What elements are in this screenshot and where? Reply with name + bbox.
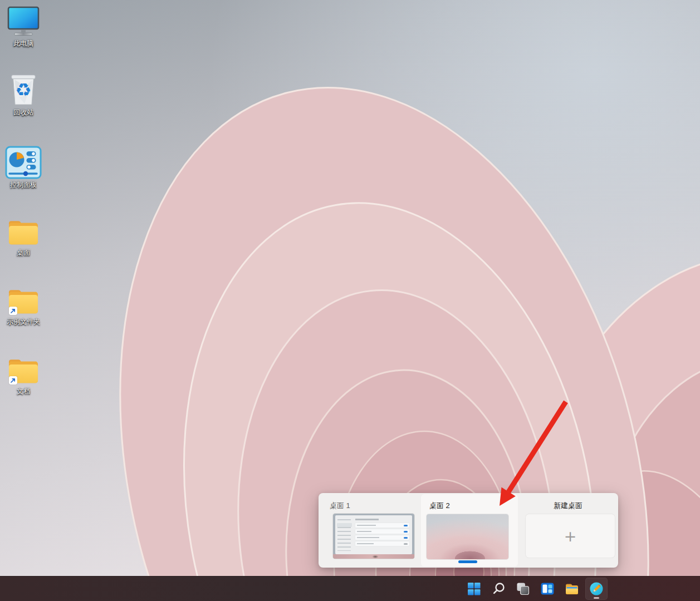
desktop-icon-label: 回收站 (13, 109, 33, 116)
task-view-icon (516, 582, 530, 596)
recycle-bin-icon: ♻ (8, 70, 38, 107)
search-button[interactable] (487, 578, 510, 600)
desktop-icon-label: 此电脑 (13, 40, 33, 47)
svg-text:♻: ♻ (15, 80, 31, 101)
windows-start-icon (467, 582, 481, 596)
file-explorer-button[interactable] (561, 578, 583, 600)
shortcut-arrow-icon (9, 376, 17, 385)
active-desktop-indicator (458, 560, 477, 563)
folder-shortcut-icon (6, 356, 41, 386)
desktop1-label: 桌面 1 (330, 501, 350, 510)
pencil-annotation-icon (589, 582, 604, 596)
desktop-icon-recycle-bin[interactable]: ♻ 回收站 (0, 70, 47, 116)
annotation-tool-button[interactable] (585, 578, 608, 600)
desktop-icon-label: 控制面板 (10, 181, 37, 189)
desktop1-thumbnail[interactable] (333, 514, 414, 559)
new-desktop-label: 新建桌面 (518, 501, 618, 510)
folder-shortcut-icon (6, 286, 41, 316)
control-panel-icon (5, 146, 42, 179)
new-desktop-button[interactable]: + (526, 514, 615, 558)
task-view-button[interactable] (512, 578, 534, 600)
shortcut-arrow-icon (9, 307, 17, 315)
this-pc-icon (6, 6, 41, 38)
desktop-icon-sample-folder[interactable]: 示例文件夹 (0, 286, 47, 326)
windows-desktop: 此电脑 ♻ 回收站 (0, 0, 700, 601)
desktop-icon-documents[interactable]: 文档 (0, 356, 47, 395)
desktop-icon-label: 示例文件夹 (7, 318, 40, 326)
start-button[interactable] (463, 578, 485, 600)
plus-icon: + (564, 529, 577, 544)
desktop1-thumbnail-window (335, 515, 412, 554)
widgets-button[interactable] (536, 578, 559, 600)
widgets-icon (540, 582, 555, 596)
desktop2-label: 桌面 2 (429, 501, 450, 510)
desktop-icon-label: 桌面 (17, 249, 30, 257)
search-icon (491, 582, 506, 596)
taskbar (0, 576, 700, 601)
desktop-icon-this-pc[interactable]: 此电脑 (0, 6, 47, 47)
desktop-icon-label: 文档 (17, 387, 30, 395)
desktop-icon-desktop-folder[interactable]: 桌面 (0, 217, 47, 257)
folder-icon (6, 217, 41, 247)
desktop2-thumbnail[interactable] (427, 514, 508, 559)
running-indicator (594, 597, 599, 599)
desktop-icon-control-panel[interactable]: 控制面板 (0, 146, 47, 189)
file-explorer-icon (565, 582, 579, 595)
task-view-panel: 桌面 1 桌面 2 新建桌面 + (319, 493, 618, 568)
